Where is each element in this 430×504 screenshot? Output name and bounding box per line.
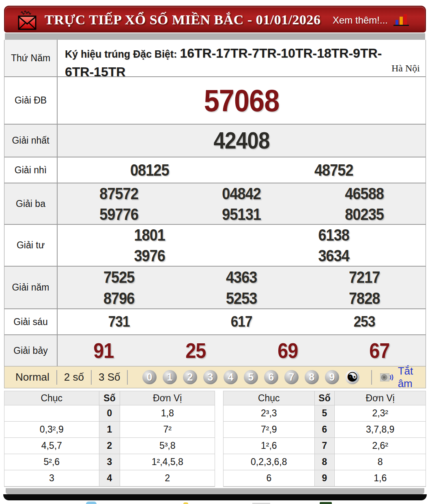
ball-3[interactable]: 3 [203,370,217,384]
prize-label: Giải tư [4,225,58,266]
table-row: 4,5,7 2 5³,8 [4,438,215,454]
header-chuc: Chục [224,391,315,405]
lottery-widget: TRỰC TIẾP XỔ SỐ MIỀN BẮC - 01/01/2026 Xe… [4,6,426,500]
prize-number: 4363 [186,267,297,288]
prize-number: 7525 [64,267,174,288]
table-row: 7²,9 6 3,7,8,9 [224,422,426,438]
separator [371,370,372,385]
prize-number: 80235 [309,204,419,225]
summary-table-left: Chục Số Đơn Vị 0 1,8 0,3²,9 1 7² 4,5,7 2 [4,391,215,487]
number-balls: 0 1 2 3 4 5 6 7 8 9 ☯ [139,370,362,384]
info-row: Thứ Năm Ký hiệu trúng Đặc Biệt: 16TR-17T… [4,40,426,77]
mute-button[interactable]: Tắt âm [398,365,421,390]
table-row: 6 9 1,6 [224,470,426,487]
prize-number: 87572 [64,183,174,204]
prize-number: 08125 [67,157,232,183]
prize-label: Giải nhất [4,125,58,157]
prize-number: 42408 [76,125,407,157]
prize-label: Giải bảy [4,335,58,366]
cutoff-icon [320,502,332,504]
bar-chart-icon[interactable] [393,13,410,27]
table-header-row: Chục Số Đơn Vị [224,391,426,405]
prize-number: 69 [246,336,329,366]
summary-cell: 1,6 [335,470,426,487]
summary-cell: 7 [314,438,335,454]
summary-table-right: Chục Số Đơn Vị 2³,3 5 2,3² 7²,9 6 3,7,8,… [223,391,426,487]
ball-5[interactable]: 5 [244,370,258,384]
prize-label: Giải ĐB [4,77,58,124]
sign-label: Ký hiệu trúng Đặc Biệt: [65,48,180,60]
header-donvi: Đơn Vị [335,391,426,405]
digit-summary: Chục Số Đơn Vị 0 1,8 0,3²,9 1 7² 4,5,7 2 [4,391,426,487]
mode-3so[interactable]: 3 Số [92,371,127,383]
prize-number: 1801 [67,225,232,246]
prize-label: Giải sáu [4,309,58,334]
header-bar: TRỰC TIẾP XỔ SỐ MIỀN BẮC - 01/01/2026 Xe… [4,6,426,32]
prize-label: Giải năm [4,267,58,308]
summary-cell: 2,6² [335,438,426,454]
yinyang-icon[interactable]: ☯ [345,370,359,384]
prize-number: 91 [62,336,145,366]
ball-0[interactable]: 0 [142,370,157,384]
summary-cell: 2³,3 [224,405,315,422]
summary-cell: 7²,9 [224,422,315,438]
summary-cell: 7² [120,422,215,438]
prize-label: Giải ba [4,183,58,224]
prize-number: 48752 [251,157,416,183]
prize-number: 617 [186,309,297,334]
mode-2so[interactable]: 2 số [57,371,91,383]
summary-cell: 2 [99,438,120,454]
summary-cell: 6 [224,470,315,487]
table-header-row: Chục Số Đơn Vị [4,391,215,405]
summary-cell: 0,3²,9 [4,422,99,438]
see-more-link[interactable]: Xem thêm!... [333,15,388,26]
prize-number: 67 [338,336,421,366]
summary-cell: 8 [314,454,335,470]
table-row: 0 1,8 [4,405,215,422]
table-row: 3 4 2 [4,470,215,487]
summary-cell: 8 [335,454,426,470]
ball-8[interactable]: 8 [305,370,319,384]
page-title: TRỰC TIẾP XỔ SỐ MIỀN BẮC - 01/01/2026 [45,12,321,28]
ball-2[interactable]: 2 [183,370,197,384]
prize-row-bay: Giải bảy 91 25 69 67 [4,335,426,366]
prize-number: 253 [309,309,419,334]
prize-label: Giải nhì [4,157,58,183]
results-table: Thứ Năm Ký hiệu trúng Đặc Biệt: 16TR-17T… [4,40,426,366]
lottery-page: TRỰC TIẾP XỔ SỐ MIỀN BẮC - 01/01/2026 Xe… [0,0,430,504]
prize-number: 04842 [186,183,297,204]
summary-cell: 3,7,8,9 [335,422,426,438]
summary-cell: 5²,6 [4,454,99,470]
summary-cell: 1²,4,5,8 [120,454,215,470]
prize-number: 8796 [64,288,174,309]
ball-1[interactable]: 1 [163,370,177,384]
header-donvi: Đơn Vị [120,391,215,405]
ball-4[interactable]: 4 [224,370,238,384]
ball-9[interactable]: 9 [325,370,339,384]
prize-number: 731 [64,309,174,334]
summary-cell: 5 [314,405,335,422]
summary-cell: 1²,6 [224,438,315,454]
mute-control[interactable]: Tắt âm [380,365,421,390]
summary-cell: 0,2,3,6,8 [224,454,315,470]
prize-number: 5253 [186,288,297,309]
summary-cell: 9 [314,470,335,487]
summary-cell: 4,5,7 [4,438,99,454]
ball-6[interactable]: 6 [264,370,278,384]
summary-cell: 6 [314,422,335,438]
frame-bottom-gray [6,488,424,494]
prize-number: 7217 [309,267,419,288]
prize-row-nhat: Giải nhất 42408 [4,125,426,157]
summary-cell: 3 [4,470,99,487]
mode-normal[interactable]: Normal [9,371,56,383]
prize-number: 46588 [309,183,419,204]
table-row: 5²,6 3 1²,4,5,8 [4,454,215,470]
summary-cell: 1 [99,422,120,438]
weekday-label: Thứ Năm [4,40,58,76]
speaker-icon[interactable] [380,371,393,383]
table-row: 0,2,3,6,8 8 8 [224,454,426,470]
prize-number: 3976 [67,246,232,266]
summary-cell: 5³,8 [120,438,215,454]
prize-number: 3634 [251,246,416,266]
ball-7[interactable]: 7 [284,370,299,384]
